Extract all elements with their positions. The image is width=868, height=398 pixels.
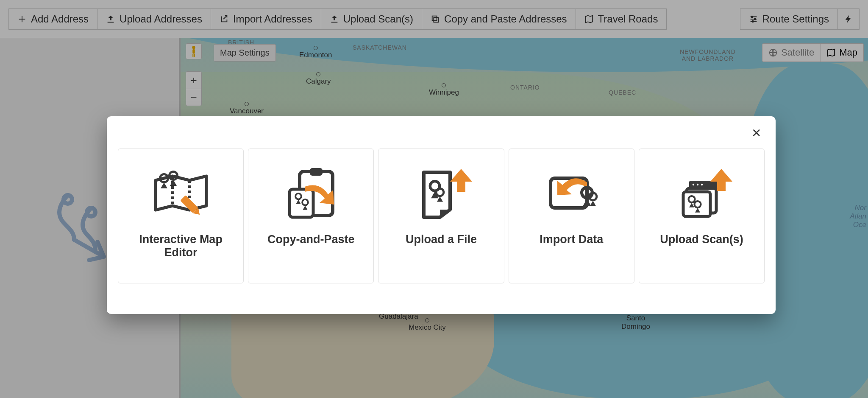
upload-scans-icon — [670, 160, 733, 226]
add-data-modal: ✕ Interactive — [107, 116, 776, 314]
card-title: Upload Scan(s) — [660, 233, 743, 246]
card-import-data[interactable]: Import Data — [509, 149, 634, 283]
modal-close-button[interactable]: ✕ — [749, 126, 764, 140]
card-upload-a-file[interactable]: Upload a File — [378, 149, 504, 283]
card-title: Import Data — [540, 233, 603, 246]
modal-cards: Interactive Map Editor Copy-and-Paste — [118, 149, 765, 283]
svg-rect-22 — [683, 192, 710, 216]
clipboard-paste-icon — [279, 160, 343, 226]
card-upload-scans[interactable]: Upload Scan(s) — [639, 149, 765, 283]
close-icon: ✕ — [751, 126, 761, 140]
card-title: Interactive Map Editor — [122, 233, 239, 259]
card-interactive-map-editor[interactable]: Interactive Map Editor — [118, 149, 244, 283]
card-title: Copy-and-Paste — [267, 233, 355, 246]
svg-rect-15 — [289, 189, 313, 217]
svg-rect-14 — [310, 168, 323, 176]
card-title: Upload a File — [406, 233, 477, 246]
svg-point-20 — [701, 184, 703, 185]
file-upload-icon — [409, 160, 473, 226]
import-data-icon — [540, 160, 603, 226]
svg-point-18 — [693, 184, 694, 185]
svg-point-19 — [697, 184, 698, 185]
map-editor-icon — [149, 160, 213, 226]
card-copy-and-paste[interactable]: Copy-and-Paste — [248, 149, 374, 283]
